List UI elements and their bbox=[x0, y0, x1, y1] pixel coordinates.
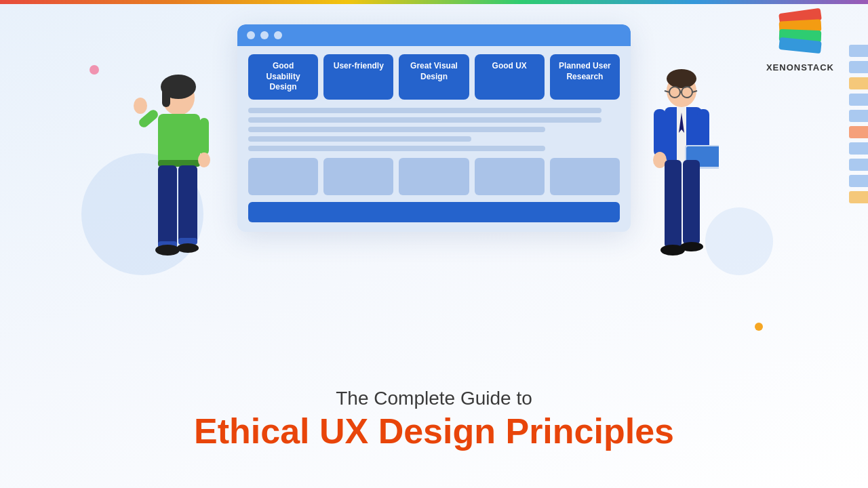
svg-rect-10 bbox=[178, 165, 197, 243]
dot-pink-1 bbox=[90, 65, 99, 75]
svg-rect-7 bbox=[199, 118, 209, 155]
main-container: XENONSTACK Good Usability Design User-fr… bbox=[0, 4, 868, 488]
right-bar bbox=[849, 77, 868, 89]
right-bar bbox=[849, 45, 868, 57]
right-bar bbox=[849, 126, 868, 138]
browser-dot-2 bbox=[260, 31, 269, 39]
browser-card-1 bbox=[248, 158, 318, 195]
svg-point-6 bbox=[134, 98, 147, 114]
content-line-1 bbox=[248, 108, 601, 113]
svg-rect-2 bbox=[162, 87, 170, 107]
browser-dot-1 bbox=[247, 31, 255, 39]
content-line-4 bbox=[248, 136, 471, 142]
browser-dot-3 bbox=[274, 31, 282, 39]
svg-point-33 bbox=[680, 242, 703, 251]
figure-woman bbox=[132, 72, 220, 323]
right-bar bbox=[849, 175, 868, 187]
content-line-2 bbox=[248, 117, 601, 123]
svg-rect-3 bbox=[158, 114, 200, 165]
subtitle: The Complete Guide to bbox=[0, 388, 868, 409]
browser-content-lines bbox=[248, 108, 620, 151]
browser-body: Good Usability Design User-friendly Grea… bbox=[237, 46, 631, 232]
svg-point-14 bbox=[177, 243, 199, 253]
browser-card-5 bbox=[550, 158, 620, 195]
svg-rect-30 bbox=[665, 160, 682, 248]
right-bar bbox=[849, 159, 868, 171]
nav-tab-userfriendly: User-friendly bbox=[323, 54, 393, 100]
browser-nav: Good Usability Design User-friendly Grea… bbox=[248, 54, 620, 100]
svg-rect-9 bbox=[158, 165, 177, 247]
right-bar bbox=[849, 61, 868, 73]
browser-card-2 bbox=[323, 158, 393, 195]
nav-tab-goodux: Good UX bbox=[475, 54, 545, 100]
figure-man bbox=[644, 65, 719, 329]
logo-area: XENONSTACK bbox=[766, 11, 834, 73]
svg-rect-25 bbox=[654, 109, 666, 157]
logo-icon bbox=[776, 11, 824, 58]
browser-card-row bbox=[248, 158, 620, 195]
right-bar bbox=[849, 191, 868, 203]
nav-tab-usability: Good Usability Design bbox=[248, 54, 318, 100]
browser-window: Good Usability Design User-friendly Grea… bbox=[237, 24, 631, 232]
browser-card-4 bbox=[475, 158, 545, 195]
main-title: Ethical UX Design Principles bbox=[0, 412, 868, 451]
right-bar bbox=[849, 94, 868, 106]
svg-rect-31 bbox=[683, 160, 700, 245]
browser-titlebar bbox=[237, 24, 631, 46]
content-line-5 bbox=[248, 146, 545, 151]
text-section: The Complete Guide to Ethical UX Design … bbox=[0, 388, 868, 451]
logo-text: XENONSTACK bbox=[766, 62, 834, 73]
right-decorative-bars bbox=[849, 45, 868, 203]
browser-card-3 bbox=[399, 158, 469, 195]
nav-tab-plannedresearch: Planned User Research bbox=[550, 54, 620, 100]
nav-tab-visualdesign: Great Visual Design bbox=[399, 54, 469, 100]
svg-point-16 bbox=[667, 69, 696, 88]
browser-footer-bar bbox=[248, 202, 620, 222]
right-bar bbox=[849, 110, 868, 122]
content-line-3 bbox=[248, 127, 545, 132]
dot-orange-1 bbox=[755, 323, 763, 331]
svg-point-8 bbox=[198, 152, 210, 167]
right-bar bbox=[849, 142, 868, 155]
svg-point-13 bbox=[155, 245, 180, 256]
